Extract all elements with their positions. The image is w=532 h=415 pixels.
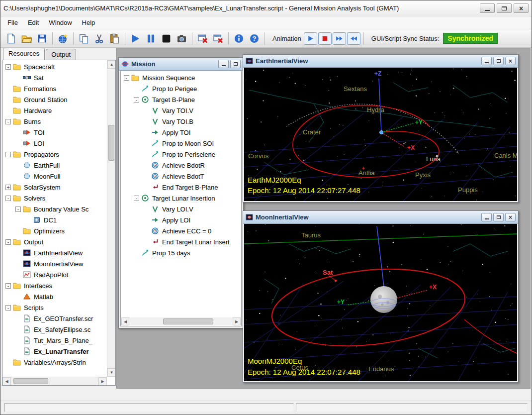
cut-button[interactable] [92, 31, 106, 46]
tree-item-vary-toi-b[interactable]: Vary TOI.B [122, 116, 240, 127]
tree-item-end-target-b-plane[interactable]: End Target B-Plane [122, 182, 240, 193]
moon-view-close-button[interactable]: × [505, 213, 516, 221]
tree-item-solarsystem[interactable]: +SolarSystem [3, 182, 106, 193]
collapse-toggle[interactable]: - [5, 283, 11, 289]
tab-output[interactable]: Output [46, 49, 76, 60]
close-button[interactable]: × [514, 3, 529, 13]
moon-view-minimize-button[interactable] [481, 213, 492, 221]
mission-maximize-button[interactable] [230, 60, 241, 68]
scroll-up-button[interactable]: ▲ [107, 60, 116, 69]
main-titlebar[interactable]: C:\Users\sphughe1\Documents\GMAT\RCs\R20… [0, 0, 532, 16]
close-current-plot-button[interactable] [195, 31, 210, 46]
tree-item-prop-to-moon-soi[interactable]: Prop to Moon SOI [122, 138, 240, 149]
menu-edit[interactable]: Edit [23, 17, 44, 28]
earth-view-close-button[interactable]: × [505, 57, 516, 65]
animation-fast-forward-button[interactable] [333, 32, 346, 45]
expand-toggle[interactable]: + [5, 185, 11, 190]
earth-view-canvas[interactable]: Sextans Hydra Crater Corvus Antlia Pyxis… [244, 68, 517, 201]
copy-button[interactable] [77, 31, 91, 46]
horizontal-scroll-thumb[interactable] [13, 378, 48, 384]
minimize-button[interactable] [480, 3, 495, 13]
close-all-plots-button[interactable] [211, 31, 225, 46]
animation-stop-button[interactable] [318, 32, 332, 45]
run-mission-button[interactable] [128, 31, 143, 46]
stop-mission-button[interactable] [159, 31, 174, 46]
tree-item-solvers[interactable]: -Solvers [3, 193, 106, 204]
mission-window-titlebar[interactable]: Mission [119, 58, 243, 71]
help-button[interactable]: ? [247, 31, 262, 46]
tree-item-prop-15-days[interactable]: Prop 15 days [122, 247, 240, 258]
tree-item-ex-safetyellipse-sc[interactable]: Ex_SafetyEllipse.sc [3, 324, 106, 335]
menu-help[interactable]: Help [77, 17, 100, 28]
collapse-toggle[interactable]: - [5, 119, 11, 124]
tree-item-loi[interactable]: LOI [3, 138, 106, 149]
paste-button[interactable] [107, 31, 122, 46]
tree-item-earthfull[interactable]: EarthFull [3, 160, 106, 171]
tree-item-achieve-ecc-0[interactable]: Achieve ECC = 0 [122, 225, 240, 236]
save-script-button[interactable] [35, 31, 49, 46]
new-script-button[interactable] [4, 31, 18, 46]
vertical-scrollbar[interactable]: ▲ ▼ [107, 60, 115, 377]
tree-item-ex-lunartransfer[interactable]: Ex_LunarTransfer [3, 346, 106, 357]
tree-item-target-b-plane[interactable]: -Target B-Plane [122, 94, 240, 105]
collapse-toggle[interactable]: - [15, 207, 21, 212]
tree-item-scripts[interactable]: -Scripts [3, 302, 106, 313]
tree-item-propagators[interactable]: -Propagators [3, 149, 106, 160]
earth-view-titlebar[interactable]: EarthInertialView × [243, 55, 518, 68]
tree-item-moonfull[interactable]: MoonFull [3, 171, 106, 182]
tree-item-dc1[interactable]: DC1 [3, 214, 106, 225]
tree-item-mission-sequence[interactable]: -Mission Sequence [122, 72, 240, 83]
collapse-toggle[interactable]: - [5, 196, 11, 201]
animation-rewind-button[interactable] [347, 32, 360, 45]
collapse-toggle[interactable]: - [5, 305, 11, 311]
tree-item-prop-to-perigee[interactable]: Prop to Perigee [122, 83, 240, 94]
open-script-button[interactable] [19, 31, 34, 46]
info-button[interactable] [232, 31, 246, 46]
scroll-right-button[interactable]: ▶ [98, 377, 107, 386]
tree-item-sat[interactable]: Sat [3, 72, 106, 83]
tree-item-ground-station[interactable]: Ground Station [3, 94, 106, 105]
tree-item-spacecraft[interactable]: -Spacecraft [3, 61, 106, 72]
tree-item-boundary-value-sc[interactable]: -Boundary Value Sc [3, 204, 106, 214]
collapse-toggle[interactable]: - [134, 196, 139, 201]
tab-resources[interactable]: Resources [3, 48, 45, 60]
collapse-toggle[interactable]: - [134, 97, 139, 103]
tree-item-interfaces[interactable]: -Interfaces [3, 280, 106, 291]
tree-item-mooninertialview[interactable]: MoonInertialView [3, 258, 106, 269]
collapse-toggle[interactable]: - [5, 64, 11, 70]
earth-view-minimize-button[interactable] [481, 57, 492, 65]
tree-item-end-target-lunar-insert[interactable]: End Target Lunar Insert [122, 236, 240, 247]
earth-view-maximize-button[interactable] [493, 57, 504, 65]
tree-item-vary-toi-v[interactable]: Vary TOI.V [122, 105, 240, 116]
tree-item-matlab[interactable]: Matlab [3, 291, 106, 302]
collapse-toggle[interactable]: - [5, 152, 11, 157]
moon-view-titlebar[interactable]: MoonInertialView × [243, 211, 518, 224]
tree-item-toi[interactable]: TOI [3, 127, 106, 138]
tree-item-ex-geotransfer-scr[interactable]: Ex_GEOTransfer.scr [3, 313, 106, 324]
tree-item-target-lunar-insertion[interactable]: -Target Lunar Insertion [122, 193, 240, 204]
tree-item-radapoplot[interactable]: RadApoPlot [3, 269, 106, 280]
mission-minimize-button[interactable] [218, 60, 229, 68]
scroll-left-button[interactable]: ◀ [121, 317, 129, 325]
screenshot-button[interactable] [175, 31, 189, 46]
tree-item-vary-loi-v[interactable]: Vary LOI.V [122, 204, 240, 214]
horizontal-scroll-thumb[interactable] [163, 318, 213, 324]
menu-window[interactable]: Window [44, 17, 77, 28]
scroll-left-button[interactable]: ◀ [2, 377, 11, 386]
tree-item-apply-loi[interactable]: Apply LOI [122, 214, 240, 225]
vertical-scroll-thumb[interactable] [108, 125, 114, 161]
moon-view-maximize-button[interactable] [493, 213, 504, 221]
moon-view-canvas[interactable]: Taurus Cetus Eridanus Sat +X +Y MoonMJ20… [244, 224, 517, 381]
pause-mission-button[interactable] [144, 31, 158, 46]
mission-horizontal-scrollbar[interactable]: ◀ ▶ [121, 317, 241, 325]
tree-item-output[interactable]: -Output [3, 236, 106, 247]
tree-item-formations[interactable]: Formations [3, 83, 106, 94]
tree-item-achieve-bdott[interactable]: Achieve BdotT [122, 171, 240, 182]
menu-file[interactable]: File [2, 17, 23, 28]
maximize-button[interactable] [497, 3, 512, 13]
tree-item-prop-to-periselene[interactable]: Prop to Periselene [122, 149, 240, 160]
scroll-down-button[interactable]: ▼ [107, 368, 116, 377]
tree-item-achieve-bdotr[interactable]: Achieve BdotR [122, 160, 240, 171]
tree-item-earthinertialview[interactable]: EarthInertialView [3, 247, 106, 258]
animation-play-button[interactable] [304, 32, 317, 45]
